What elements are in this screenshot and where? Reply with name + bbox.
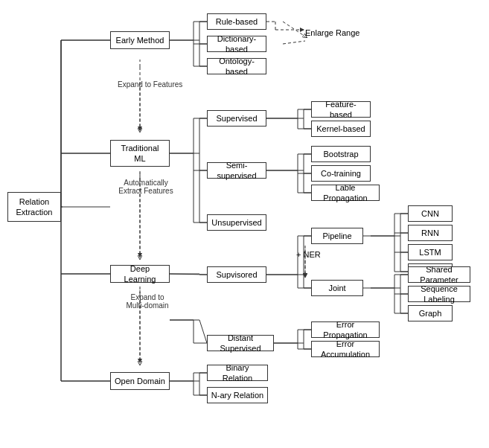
all-lines xyxy=(0,0,489,448)
diagram: RelationExtraction Early Method Traditio… xyxy=(0,0,489,448)
svg-line-85 xyxy=(170,274,207,275)
